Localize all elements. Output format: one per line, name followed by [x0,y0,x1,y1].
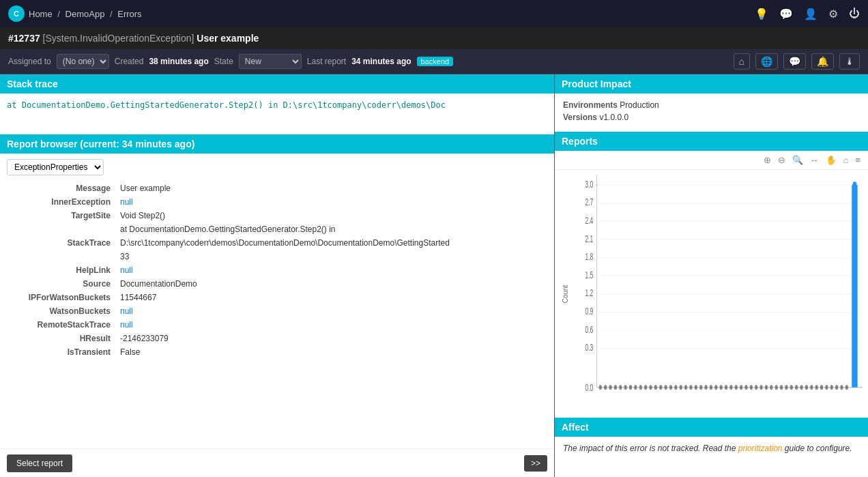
power-icon[interactable]: ⏻ [849,8,860,20]
svg-text:3.0: 3.0 [585,178,594,189]
svg-point-29 [624,385,627,390]
field-label: InnerException [8,196,117,208]
exception-properties-select[interactable]: ExceptionProperties HttpRequest System [7,159,104,175]
rb-toolbar: ExceptionProperties HttpRequest System [7,159,547,175]
field-value: D:\src\1tcompany\coderr\demos\Documentat… [119,237,546,249]
breadcrumb-demoapp[interactable]: DemoApp [66,9,105,19]
field-value: -2146233079 [119,332,546,345]
svg-point-71 [835,385,838,390]
table-row: IsTransientFalse [8,346,546,358]
table-row: 33 [8,250,546,263]
svg-point-50 [729,385,732,390]
table-row: InnerExceptionnull [8,196,546,208]
svg-point-67 [815,385,818,390]
field-value: False [119,346,546,358]
home-meta-icon[interactable]: ⌂ [734,53,750,70]
select-report-button[interactable]: Select report [7,454,72,472]
home-chart-icon[interactable]: ⌂ [841,154,851,167]
table-row: WatsonBucketsnull [8,305,546,317]
field-value: 11544667 [119,291,546,304]
user-icon[interactable]: 👤 [804,8,818,20]
chat-icon[interactable]: 💬 [779,8,793,20]
nav-next-button[interactable]: >> [524,455,547,472]
svg-text:0.0: 0.0 [585,382,594,393]
field-label: IsTransient [8,346,117,358]
issue-type: [System.InvalidOperationException] [43,33,194,44]
prioritization-link[interactable]: prioritization [738,444,783,453]
svg-point-55 [755,385,757,390]
table-row: TargetSiteVoid Step2() [8,209,546,222]
field-label: TargetSite [8,209,117,222]
chart-area: Count 3.0 2.7 2.4 2.1 [555,170,868,418]
svg-point-41 [684,385,687,390]
svg-text:2.4: 2.4 [585,215,594,226]
svg-point-30 [629,385,632,390]
product-impact-header: Product Impact [555,74,868,93]
svg-point-35 [654,385,657,390]
svg-point-75 [852,182,856,189]
thermometer-meta-icon[interactable]: 🌡 [839,53,860,70]
svg-point-27 [614,385,617,390]
assigned-select[interactable]: (No one) [57,54,109,69]
svg-point-72 [840,385,843,390]
svg-point-58 [770,385,772,390]
svg-point-45 [704,385,707,390]
field-label: Source [8,278,117,290]
svg-point-62 [790,385,793,390]
report-browser-footer: Select report >> [0,448,554,477]
hand-icon[interactable]: ✋ [824,154,839,167]
menu-icon[interactable]: ≡ [853,154,863,167]
field-value: null [119,264,546,276]
meta-bar: Assigned to (No one) Created 38 minutes … [0,49,868,74]
nav-left: C Home / DemoApp / Errors [8,5,142,22]
globe-meta-icon[interactable]: 🌐 [755,53,778,70]
svg-point-49 [725,385,727,390]
search-icon[interactable]: 🔍 [790,154,805,167]
environments-value: Production [620,100,659,110]
stack-trace-header: Stack trace [0,74,554,93]
issue-title: User example [197,33,259,44]
affect-text-before: The impact of this error is not tracked.… [563,444,738,453]
svg-point-63 [795,385,798,390]
product-impact-content: Environments Production Versions v1.0.0.… [555,93,868,132]
stack-trace-text: at DocumentationDemo.GettingStartedGener… [7,100,446,110]
zoom-in-icon[interactable]: ⊕ [762,154,773,167]
svg-point-70 [830,385,833,390]
svg-point-46 [710,385,712,390]
svg-point-56 [760,385,762,390]
table-row: StackTraceD:\src\1tcompany\coderr\demos\… [8,237,546,249]
svg-point-42 [689,385,692,390]
bulb-icon[interactable]: 💡 [755,8,768,20]
svg-text:0.9: 0.9 [585,306,594,317]
svg-point-68 [820,385,823,390]
chart-toolbar: ⊕ ⊖ 🔍 ↔ ✋ ⌂ ≡ [555,151,868,170]
breadcrumb-home[interactable]: Home [29,9,53,19]
state-select[interactable]: New In Progress Resolved Ignored [239,54,302,69]
table-row: IPForWatsonBuckets11544667 [8,291,546,304]
field-value: DocumentationDemo [119,278,546,290]
svg-point-36 [659,385,662,390]
reports-section: Reports ⊕ ⊖ 🔍 ↔ ✋ ⌂ ≡ Count [555,132,868,418]
settings-icon[interactable]: ⚙ [828,8,838,20]
chart-svg: 3.0 2.7 2.4 2.1 1.8 1.5 1.2 [575,175,863,418]
issue-bar: #12737 [System.InvalidOperationException… [0,27,868,49]
svg-point-73 [845,385,848,390]
report-browser-content: ExceptionProperties HttpRequest System M… [0,154,554,448]
svg-point-44 [699,385,702,390]
chat-meta-icon[interactable]: 💬 [783,53,806,70]
zoom-out-icon[interactable]: ⊖ [776,154,787,167]
table-row: SourceDocumentationDemo [8,278,546,290]
svg-text:0.3: 0.3 [585,342,594,353]
backend-tag: backend [417,57,454,66]
affect-content: The impact of this error is not tracked.… [555,437,868,477]
versions-label: Versions [563,113,597,122]
bell-meta-icon[interactable]: 🔔 [811,53,834,70]
nav-logo[interactable]: C [8,5,25,22]
reports-header: Reports [555,132,868,151]
pan-icon[interactable]: ↔ [808,154,821,167]
y-axis-label: Count [562,285,569,303]
breadcrumb-errors[interactable]: Errors [117,9,141,19]
issue-id: #12737 [8,33,40,44]
svg-point-39 [674,385,677,390]
field-value: null [119,305,546,317]
